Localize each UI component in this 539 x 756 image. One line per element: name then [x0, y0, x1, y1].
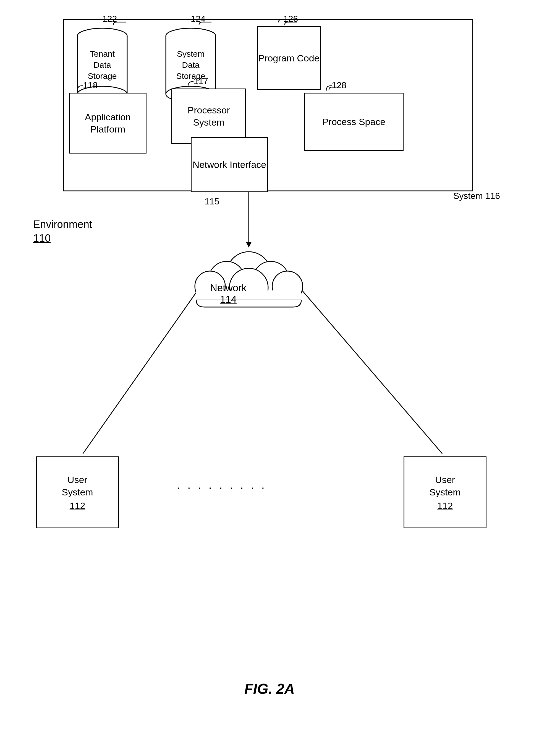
system-116-label: System 116 — [453, 191, 500, 201]
environment-label: Environment — [33, 219, 92, 231]
process-space: 128 Process Space — [304, 93, 404, 151]
user-system-left: UserSystem 112 — [36, 456, 119, 528]
system-storage-ref: 124 — [191, 14, 205, 24]
svg-text:Data: Data — [93, 60, 111, 69]
svg-line-3 — [83, 277, 207, 454]
svg-text:Storage: Storage — [88, 71, 116, 80]
figure-label: FIG. 2A — [244, 681, 295, 697]
svg-line-4 — [290, 277, 442, 454]
svg-text:System: System — [177, 49, 204, 58]
user-system-left-ref: 112 — [62, 501, 93, 511]
processor-system-ref: 117 — [193, 76, 208, 86]
program-code-label: Program Code — [258, 52, 319, 64]
app-platform-label: Application Platform — [70, 111, 146, 135]
environment-ref: 110 — [33, 233, 50, 244]
program-code: 126 Program Code — [257, 26, 321, 90]
app-platform-ref: 118 — [83, 80, 98, 90]
program-code-ref: 126 — [283, 14, 298, 24]
user-system-right-ref: 112 — [429, 501, 460, 511]
network-interface: Network Interface — [191, 137, 268, 192]
process-space-label: Process Space — [322, 116, 386, 128]
svg-marker-2 — [246, 242, 252, 247]
svg-point-7 — [253, 261, 289, 297]
network-interface-label: Network Interface — [193, 158, 266, 171]
network-interface-ref: 115 — [204, 196, 219, 207]
svg-text:Tenant: Tenant — [90, 49, 115, 58]
process-space-ref: 128 — [332, 80, 346, 90]
ellipsis-dots: · · · · · · · · · — [177, 481, 267, 494]
processor-system-label: Processor System — [172, 104, 245, 128]
user-system-right: UserSystem 112 — [404, 456, 487, 528]
application-platform: 118 Application Platform — [69, 93, 146, 153]
user-system-left-label: UserSystem — [62, 474, 93, 498]
tenant-storage-ref: 122 — [102, 14, 117, 24]
processor-system: 117 Processor System — [171, 88, 246, 144]
svg-text:Data: Data — [182, 60, 199, 69]
svg-point-9 — [272, 271, 303, 302]
network-label: Network 114 — [210, 282, 247, 305]
user-system-right-label: UserSystem — [429, 474, 460, 498]
